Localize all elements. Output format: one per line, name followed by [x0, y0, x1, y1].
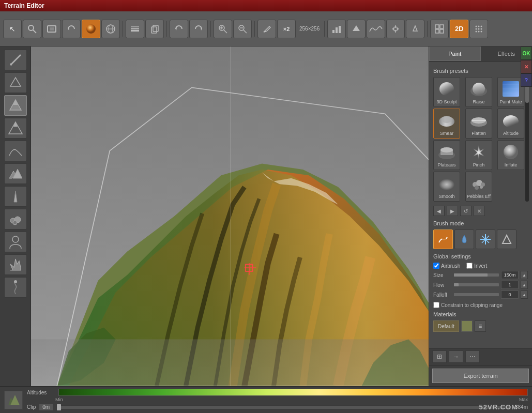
left-tool-jagged[interactable] — [4, 254, 27, 275]
texture-tool-btn[interactable] — [101, 20, 120, 38]
left-tool-rocks[interactable] — [4, 209, 27, 230]
viewport[interactable] — [31, 47, 429, 386]
airbrush-label[interactable]: Airbrush — [433, 263, 460, 269]
preset-pinch-label: Pinch — [473, 162, 485, 168]
svg-point-44 — [476, 30, 477, 32]
terrain-waves-btn[interactable] — [367, 20, 385, 38]
pattern-view-btn[interactable] — [469, 20, 488, 38]
left-tool-mountain-mid[interactable] — [4, 95, 27, 116]
materials-color-swatch[interactable] — [461, 320, 473, 332]
preset-raise-icon — [468, 79, 489, 99]
preset-inflate[interactable]: Inflate — [497, 140, 524, 170]
arrow-up-btn[interactable] — [347, 20, 366, 38]
flow-up-btn[interactable]: ▲ — [521, 281, 528, 289]
svg-point-71 — [439, 82, 454, 96]
falloff-slider[interactable] — [454, 293, 499, 296]
presets-scrollbar[interactable] — [525, 77, 529, 202]
panel-arrow-btn[interactable]: → — [449, 350, 463, 363]
preset-altitude[interactable]: Altitude — [497, 109, 524, 139]
preset-plateaus[interactable]: Plateaus — [433, 140, 460, 170]
svg-point-62 — [14, 280, 17, 283]
copy-btn[interactable] — [145, 20, 164, 38]
svg-point-39 — [478, 25, 480, 27]
brush-mode-wet[interactable] — [454, 230, 474, 249]
add-point-btn[interactable] — [386, 20, 405, 38]
brush-mode-freeze[interactable] — [476, 230, 495, 249]
invert-label[interactable]: Invert — [466, 263, 487, 269]
invert-checkbox[interactable] — [466, 263, 473, 269]
materials-row: Default ≡ — [433, 320, 528, 332]
chart-btn[interactable] — [327, 20, 346, 38]
panel-dots-btn[interactable]: ⋯ — [465, 350, 480, 363]
size-up-btn[interactable]: ▲ — [521, 271, 528, 279]
preset-3dsculpt[interactable]: 3D Sculpt — [433, 77, 460, 107]
preset-refresh-btn[interactable]: ↺ — [460, 206, 472, 216]
display-tool-btn[interactable] — [42, 20, 61, 38]
preset-next-btn[interactable]: ▶ — [447, 206, 458, 216]
ok-cancel-strip: OK ✕ ? — [521, 47, 532, 87]
clip-label: Clip — [27, 404, 36, 410]
svg-point-42 — [478, 28, 480, 29]
preset-smear[interactable]: Smear — [433, 109, 460, 139]
brush-mode-erase[interactable] — [497, 230, 516, 249]
svg-rect-3 — [50, 27, 54, 30]
left-tool-portrait[interactable] — [4, 232, 27, 252]
rotate-tool-btn[interactable] — [62, 20, 81, 38]
left-tool-mountain-small[interactable] — [4, 72, 27, 93]
pen-btn[interactable] — [257, 20, 276, 38]
left-tool-spike[interactable] — [4, 186, 27, 207]
svg-point-83 — [503, 115, 519, 128]
zoom-out-btn[interactable] — [233, 20, 252, 38]
falloff-up-btn[interactable]: ▲ — [521, 290, 528, 299]
left-tool-hill[interactable] — [4, 141, 27, 161]
tab-paint[interactable]: Paint — [429, 47, 481, 61]
left-tool-brush[interactable] — [4, 50, 27, 70]
x2-btn[interactable]: ×2 — [277, 20, 296, 38]
svg-rect-24 — [332, 30, 335, 33]
undo-btn[interactable] — [170, 20, 188, 38]
constrain-checkbox[interactable] — [433, 302, 439, 308]
zoom-tool-btn[interactable] — [23, 20, 41, 38]
preset-delete-btn[interactable]: ✕ — [474, 206, 485, 216]
left-tool-peak[interactable] — [4, 118, 27, 139]
svg-point-43 — [481, 28, 482, 29]
left-tool-smoke[interactable] — [4, 277, 27, 298]
preset-pinch[interactable]: Pinch — [465, 140, 492, 170]
materials-default-btn[interactable]: Default — [433, 320, 459, 332]
brush-mode-add[interactable] — [433, 230, 453, 249]
preset-raise[interactable]: Raise — [465, 77, 492, 107]
sphere-tool-btn[interactable] — [82, 20, 100, 38]
clip-slider[interactable] — [56, 405, 512, 409]
preset-smooth[interactable]: Smooth — [433, 172, 460, 202]
svg-marker-49 — [10, 78, 21, 86]
layers-btn[interactable] — [126, 20, 144, 38]
svg-point-93 — [475, 186, 479, 190]
ok-btn[interactable]: OK — [521, 47, 532, 60]
redo-btn[interactable] — [189, 20, 208, 38]
left-tool-mountain-range[interactable] — [4, 163, 27, 184]
select-tool-btn[interactable]: ↖ — [3, 20, 22, 38]
preset-flatten[interactable]: Flatten — [465, 109, 492, 139]
grid-view-btn[interactable] — [430, 20, 449, 38]
help-btn[interactable]: ? — [521, 73, 532, 87]
flow-slider[interactable] — [454, 283, 499, 286]
export-terrain-btn[interactable]: Export terrain — [432, 369, 529, 383]
svg-rect-11 — [131, 26, 139, 27]
preset-prev-btn[interactable]: ◀ — [433, 206, 445, 216]
hat-btn[interactable] — [406, 20, 424, 38]
svg-line-23 — [264, 32, 266, 32]
preset-3dsculpt-label: 3D Sculpt — [436, 99, 457, 105]
watermark: 52VR.COM — [479, 403, 518, 411]
altitudes-icon[interactable] — [4, 391, 23, 409]
zoom-in-btn[interactable] — [214, 20, 232, 38]
materials-pick-btn[interactable]: ≡ — [475, 320, 486, 332]
svg-point-73 — [473, 83, 485, 95]
airbrush-checkbox[interactable] — [433, 263, 439, 269]
size-slider[interactable] — [454, 273, 499, 277]
panel-grid-btn[interactable]: ⊞ — [432, 350, 447, 363]
clip-value[interactable]: 0m — [39, 403, 53, 411]
2d-view-btn[interactable]: 2D — [450, 20, 468, 38]
preset-smear-icon — [436, 111, 457, 130]
cancel-btn[interactable]: ✕ — [521, 60, 532, 73]
preset-pebbles[interactable]: Pebbles Eff — [465, 172, 492, 202]
